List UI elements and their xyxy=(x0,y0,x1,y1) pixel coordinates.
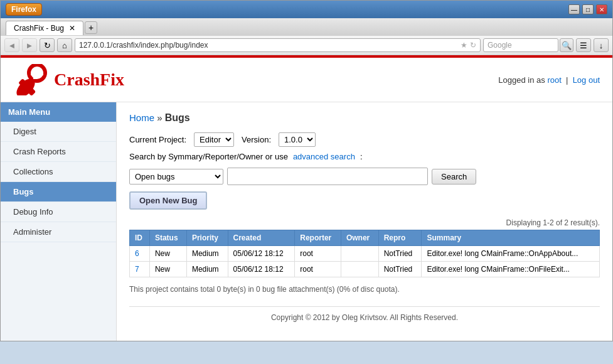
logo-area: CrashFix xyxy=(13,64,124,95)
sidebar-menu-title: Main Menu xyxy=(1,102,116,122)
col-repro: Repro xyxy=(378,230,422,246)
search-button[interactable]: Search xyxy=(432,169,476,185)
breadcrumb-home-link[interactable]: Home xyxy=(129,112,154,123)
cell-reporter: root xyxy=(295,246,341,262)
table-row: 6 New Medium 05/06/12 18:12 root NotTrie… xyxy=(130,246,600,262)
username-link[interactable]: root xyxy=(547,75,561,85)
bug-table: ID Status Priority Created Reporter Owne… xyxy=(129,230,600,277)
sidebar-item-administer[interactable]: Administer xyxy=(1,222,116,242)
window-controls: — □ ✕ xyxy=(568,4,607,14)
copyright: Copyright © 2012 by Oleg Krivtsov. All R… xyxy=(129,306,600,328)
col-owner: Owner xyxy=(341,230,378,246)
col-priority: Priority xyxy=(186,230,228,246)
navigation-bar: ◄ ► ↻ ⌂ 127.0.0.1/crashfix/index.php/bug… xyxy=(1,35,612,55)
cell-summary: Editor.exe! long CMainFrame::OnFileExit.… xyxy=(422,262,600,277)
cell-created: 05/06/12 18:12 xyxy=(228,262,295,277)
app-header: CrashFix Logged in as root | Log out xyxy=(1,58,612,102)
search-colon: : xyxy=(360,152,363,161)
version-select[interactable]: 1.0.0 xyxy=(279,132,316,147)
open-new-bug-button[interactable]: Open New Bug xyxy=(129,191,207,210)
results-info: Displaying 1-2 of 2 result(s). xyxy=(129,218,600,227)
reload-button[interactable]: ↻ xyxy=(40,38,55,52)
footer-note: This project contains total 0 byte(s) in… xyxy=(129,285,600,294)
cell-status: New xyxy=(149,262,186,277)
app-body: Main Menu Digest Crash Reports Collectio… xyxy=(1,102,612,341)
cell-priority: Medium xyxy=(186,246,228,262)
search-hint-row: Search by Symmary/Reporter/Owner or use … xyxy=(129,152,600,161)
search-hint-text: Search by Symmary/Reporter/Owner or use xyxy=(129,152,288,161)
wrench-icon xyxy=(13,64,48,95)
col-id: ID xyxy=(130,230,150,246)
project-select[interactable]: Editor xyxy=(194,132,234,147)
bookmark-star-icon[interactable]: ★ xyxy=(461,41,467,50)
cell-priority: Medium xyxy=(186,262,228,277)
tab-label: CrashFix - Bug xyxy=(14,24,64,33)
address-text: 127.0.0.1/crashfix/index.php/bug/index xyxy=(79,41,458,50)
downloads-button[interactable]: ↓ xyxy=(594,38,609,52)
search-type-select[interactable]: Open bugs All bugs Closed bugs xyxy=(129,169,223,185)
home-button[interactable]: ⌂ xyxy=(57,38,72,52)
browser-titlebar: Firefox — □ ✕ xyxy=(1,1,612,18)
breadcrumb: Home » Bugs xyxy=(129,112,600,124)
open-menu-button[interactable]: ☰ xyxy=(576,38,591,52)
filter-row: Current Project: Editor Version: 1.0.0 xyxy=(129,132,600,147)
header-auth: Logged in as root | Log out xyxy=(498,75,600,85)
cell-id: 6 xyxy=(130,246,150,262)
cell-summary: Editor.exe! long CMainFrame::OnAppAbout.… xyxy=(422,246,600,262)
sidebar-item-digest[interactable]: Digest xyxy=(1,122,116,142)
cell-created: 05/06/12 18:12 xyxy=(228,246,295,262)
cell-status: New xyxy=(149,246,186,262)
new-tab-button[interactable]: + xyxy=(85,21,97,34)
col-summary: Summary xyxy=(422,230,600,246)
breadcrumb-separator: » xyxy=(157,112,162,123)
bug-id-link[interactable]: 6 xyxy=(135,249,139,258)
search-input[interactable] xyxy=(227,168,428,185)
sidebar: Main Menu Digest Crash Reports Collectio… xyxy=(1,102,117,341)
forward-button[interactable]: ► xyxy=(22,38,37,52)
logged-in-label: Logged in as xyxy=(498,75,545,85)
project-filter-label: Current Project: xyxy=(129,135,186,144)
cell-id: 7 xyxy=(130,262,150,277)
tab-close-icon[interactable]: ✕ xyxy=(69,24,75,33)
bug-id-link[interactable]: 7 xyxy=(135,265,139,274)
browser-search-button[interactable]: 🔍 xyxy=(560,38,573,52)
refresh-icon[interactable]: ↻ xyxy=(470,41,476,50)
sidebar-item-collections[interactable]: Collections xyxy=(1,162,116,182)
address-bar[interactable]: 127.0.0.1/crashfix/index.php/bug/index ★… xyxy=(75,38,481,52)
cell-reporter: root xyxy=(295,262,341,277)
cell-owner xyxy=(341,246,378,262)
cell-repro: NotTried xyxy=(378,246,422,262)
cell-owner xyxy=(341,262,378,277)
col-reporter: Reporter xyxy=(295,230,341,246)
browser-search-area: Google 🔍 xyxy=(483,38,573,52)
maximize-button[interactable]: □ xyxy=(582,4,594,14)
close-button[interactable]: ✕ xyxy=(596,4,607,14)
logo-text: CrashFix xyxy=(54,70,124,90)
col-status: Status xyxy=(149,230,186,246)
google-logo: Google xyxy=(488,41,554,50)
titlebar-left: Firefox xyxy=(6,3,42,16)
cell-repro: NotTried xyxy=(378,262,422,277)
minimize-button[interactable]: — xyxy=(568,4,580,14)
advanced-search-link[interactable]: advanced search xyxy=(293,152,355,161)
firefox-menu-button[interactable]: Firefox xyxy=(6,3,42,16)
app-container: CrashFix Logged in as root | Log out Mai… xyxy=(1,58,612,341)
tab-bar: CrashFix - Bug ✕ + xyxy=(1,18,612,35)
svg-rect-4 xyxy=(31,72,43,75)
search-bar: Open bugs All bugs Closed bugs Search xyxy=(129,168,600,185)
col-created: Created xyxy=(228,230,295,246)
sidebar-item-debug-info[interactable]: Debug Info xyxy=(1,202,116,222)
browser-window: Firefox — □ ✕ CrashFix - Bug ✕ + ◄ ► ↻ ⌂… xyxy=(0,0,613,341)
table-row: 7 New Medium 05/06/12 18:12 root NotTrie… xyxy=(130,262,600,277)
sidebar-item-bugs[interactable]: Bugs xyxy=(1,182,116,202)
active-tab[interactable]: CrashFix - Bug ✕ xyxy=(6,21,83,35)
google-search-box[interactable]: Google xyxy=(483,38,558,52)
sidebar-item-crash-reports[interactable]: Crash Reports xyxy=(1,142,116,162)
back-button[interactable]: ◄ xyxy=(4,38,19,52)
logout-link[interactable]: Log out xyxy=(573,75,600,85)
main-content: Home » Bugs Current Project: Editor Vers… xyxy=(117,102,612,341)
version-filter-label: Version: xyxy=(242,135,271,144)
breadcrumb-current: Bugs xyxy=(165,112,190,123)
